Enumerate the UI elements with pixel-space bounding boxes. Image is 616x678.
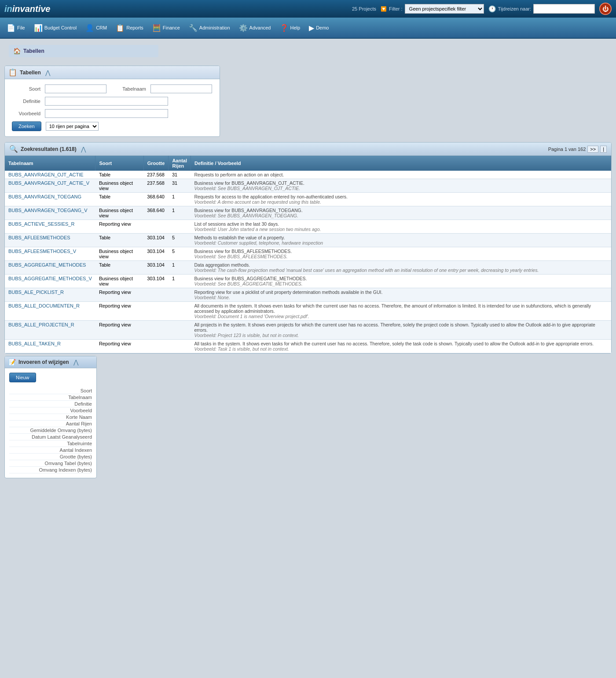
soort-row: Soort Tabelnaam [12, 84, 213, 93]
nav-item-finance[interactable]: 🧮 Finance [148, 19, 184, 36]
table-soort: Reporting view [95, 302, 143, 321]
nav-item-crm[interactable]: 👤 CRM [81, 19, 111, 36]
nieuw-button[interactable]: Nieuw [9, 373, 36, 382]
table-name-link[interactable]: BUBS_AFLEESMETHODES [8, 235, 70, 240]
table-name-link[interactable]: BUBS_AGGREGATIE_METHODES [8, 262, 86, 268]
search-panel-icon: 📋 [8, 68, 17, 77]
help-icon: ❓ [280, 24, 289, 32]
table-row: BUBS_AANVRAGEN_OJT_ACTIETable237.56831Re… [5, 171, 611, 179]
invoer-collapse-button[interactable]: ⋀ [73, 359, 78, 366]
nav-item-help[interactable]: ❓ Help [275, 19, 305, 36]
nav-label-finance: Finance [163, 25, 180, 30]
field-list-item: Omvang Tabel (bytes) [9, 460, 92, 467]
tabelnaam-input[interactable] [150, 84, 212, 93]
table-grootte: 368.640 [143, 206, 169, 220]
field-list-item: Omvang Indexen (bytes) [9, 467, 92, 473]
table-aantal-rijen: 5 [169, 234, 191, 247]
table-soort: Table [95, 193, 143, 206]
table-name-link[interactable]: BUBS_AANVRAGEN_OJT_ACTIE_V [8, 180, 89, 186]
nav-item-budget-control[interactable]: 📊 Budget Control [29, 19, 81, 36]
table-grootte: 303.104 [143, 247, 169, 261]
nav-label-advanced: Advanced [249, 25, 271, 30]
tijdreizen-input[interactable] [533, 4, 595, 14]
definitie-input[interactable] [45, 97, 168, 106]
soort-input[interactable] [45, 84, 106, 93]
table-row: BUBS_AFLEESMETHODESTable303.1045Methods … [5, 234, 611, 247]
budget-icon: 📊 [34, 24, 43, 32]
content-area: 📋 Tabellen ⋀ Soort Tabelnaam Definitie V… [0, 63, 616, 356]
table-row: BUBS_AGGREGATIE_METHODESTable303.1041Dat… [5, 261, 611, 275]
nav-item-demo[interactable]: ▶ Demo [304, 19, 333, 36]
voorbeeld-input[interactable] [45, 109, 168, 118]
table-aantal-rijen: 5 [169, 247, 191, 261]
last-page-button[interactable]: | [600, 146, 607, 153]
next-page-button[interactable]: >> [587, 146, 598, 153]
nav-label-help: Help [290, 25, 301, 30]
nav-label-budget: Budget Control [44, 25, 77, 30]
field-list-item: Definitie [9, 401, 92, 407]
table-definitie: Data aggregation methods.Voorbeeld: The … [191, 261, 611, 275]
table-name-link[interactable]: BUBS_ALE_PICKLIST_R [8, 290, 64, 295]
pagination: Pagina 1 van 162 >> | [548, 146, 607, 153]
table-soort: Reporting view [95, 321, 143, 340]
table-name-link[interactable]: BUBS_AFLEESMETHODES_V [8, 249, 76, 254]
table-grootte: 303.104 [143, 261, 169, 275]
table-name-link[interactable]: BUBS_AGGREGATIE_METHODES_V [8, 276, 92, 281]
table-definitie: Business view for BUBS_AGGREGATIE_METHOD… [191, 275, 611, 288]
filter-icon: 🔽 [381, 6, 387, 12]
nav-item-reports[interactable]: 📋 Reports [111, 19, 148, 36]
table-name-link[interactable]: BUBS_ALLE_TAKEN_R [8, 341, 61, 346]
table-name-link[interactable]: BUBS_AANVRAGEN_TOEGANG_V [8, 208, 88, 213]
nav-item-administration[interactable]: 🔧 Administration [184, 19, 235, 36]
table-definitie: All documents in the system. It shows ev… [191, 302, 611, 321]
table-grootte: 303.104 [143, 234, 169, 247]
bottom-section: 📝 Invoeren of wijzigen ⋀ Nieuw SoortTabe… [0, 356, 616, 487]
nav-label-reports: Reports [126, 25, 143, 30]
form-actions: Zoeken 10 rijen per pagina 25 rijen per … [12, 121, 213, 131]
table-name-link[interactable]: BUBS_ALLE_PROJECTEN_R [8, 322, 74, 327]
col-definitie: Definitie / Voorbeeld [191, 156, 611, 171]
table-name-link[interactable]: BUBS_AANVRAGEN_TOEGANG [8, 194, 81, 199]
results-table-container: Tabelnaam Soort Grootte AantalRijen Defi… [5, 156, 611, 353]
filter-select[interactable]: Geen projectspecifiek filter [405, 4, 484, 14]
table-name-link[interactable]: BUBS_ALLE_DOCUMENTEN_R [8, 303, 80, 308]
field-list-item: Tabelruimte [9, 440, 92, 447]
invoer-header: 📝 Invoeren of wijzigen ⋀ [5, 356, 96, 368]
field-list: SoortTabelnaamDefinitieVoorbeeldKorte Na… [9, 388, 92, 473]
nav-label-administration: Administration [199, 25, 230, 30]
table-name-link[interactable]: BUBS_ACTIEVE_SESSIES_R [8, 221, 74, 227]
table-aantal-rijen [169, 321, 191, 340]
demo-icon: ▶ [309, 24, 314, 32]
table-grootte [143, 220, 169, 234]
results-collapse-button[interactable]: ⋀ [81, 146, 86, 153]
collapse-button[interactable]: ⋀ [45, 69, 50, 76]
table-definitie: Requests for access to the application e… [191, 193, 611, 206]
results-icon: 🔍 [9, 145, 18, 153]
table-definitie: List of sessions active in the last 30 d… [191, 220, 611, 234]
table-row: BUBS_AANVRAGEN_TOEGANG_VBusiness object … [5, 206, 611, 220]
advanced-icon: ⚙️ [239, 24, 248, 32]
voorbeeld-label: Voorbeeld [12, 111, 40, 116]
table-soort: Reporting view [95, 288, 143, 302]
table-grootte: 368.640 [143, 193, 169, 206]
tijdreizen-label: Tijdreizen naar: [498, 6, 531, 11]
crm-icon: 👤 [85, 24, 94, 32]
app-logo: ininvantive [4, 4, 50, 14]
invoer-icon: 📝 [8, 359, 16, 366]
nav-item-file[interactable]: 📄 File [2, 19, 29, 36]
definitie-row: Definitie [12, 97, 213, 106]
search-button[interactable]: Zoeken [12, 121, 41, 131]
invoer-body: Nieuw SoortTabelnaamDefinitieVoorbeeldKo… [5, 368, 96, 478]
field-list-item: Aantal Rijen [9, 421, 92, 427]
table-grootte: 237.568 [143, 171, 169, 179]
results-panel: 🔍 Zoekresultaten (1.618) ⋀ Pagina 1 van … [4, 142, 612, 354]
table-aantal-rijen: 1 [169, 206, 191, 220]
per-page-select[interactable]: 10 rijen per pagina 25 rijen per pagina … [46, 122, 99, 131]
table-row: BUBS_AANVRAGEN_TOEGANGTable368.6401Reque… [5, 193, 611, 206]
home-icon: 🏠 [13, 48, 21, 55]
power-button[interactable]: ⏻ [599, 3, 612, 15]
table-name-link[interactable]: BUBS_AANVRAGEN_OJT_ACTIE [8, 172, 84, 177]
table-aantal-rijen: 1 [169, 275, 191, 288]
field-list-item: Voorbeeld [9, 407, 92, 414]
nav-item-advanced[interactable]: ⚙️ Advanced [235, 19, 275, 36]
